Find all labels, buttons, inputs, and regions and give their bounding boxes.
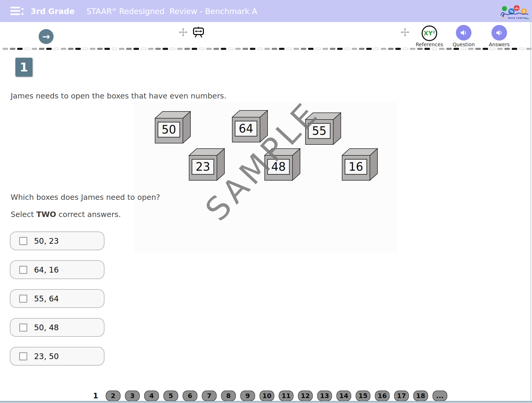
svg-text:48: 48 [271, 160, 286, 173]
bottom-divider [0, 401, 532, 403]
checkbox[interactable] [19, 295, 27, 303]
dashed-divider [3, 48, 532, 50]
answer-option-5[interactable]: 23, 50 [10, 347, 104, 366]
dash [32, 48, 37, 50]
page-pill-4[interactable]: 4 [144, 391, 159, 401]
dash [148, 48, 154, 50]
page-pill-14[interactable]: 14 [336, 391, 351, 401]
dash [424, 48, 430, 50]
dash [155, 48, 161, 50]
dash [214, 48, 219, 50]
answer-option-2[interactable]: 64, 16 [10, 260, 104, 279]
checkbox[interactable] [19, 237, 27, 245]
dash [184, 48, 190, 50]
page-pill-6[interactable]: 6 [183, 391, 197, 401]
page-pill-10[interactable]: 10 [260, 391, 274, 401]
dash [301, 48, 306, 50]
checkbox[interactable] [19, 352, 27, 360]
dash [75, 48, 81, 50]
menu-icon[interactable] [10, 6, 24, 16]
page-pill-18[interactable]: 18 [413, 391, 428, 401]
page-pill-17[interactable]: 17 [394, 391, 409, 401]
page-pill-5[interactable]: 5 [163, 391, 178, 401]
dash [403, 48, 408, 50]
question-audio-button[interactable] [456, 25, 471, 41]
dash [417, 48, 423, 50]
dash [141, 48, 146, 50]
checkbox[interactable] [19, 323, 27, 332]
dash [344, 48, 350, 50]
dash [490, 48, 495, 50]
dash [61, 48, 66, 50]
page-pill-7[interactable]: 7 [202, 391, 217, 401]
dash [381, 48, 386, 50]
page-pill-11[interactable]: 11 [279, 391, 294, 401]
next-question-button[interactable]: → [39, 29, 54, 44]
dash [83, 48, 88, 50]
dash [177, 48, 183, 50]
dash [483, 48, 488, 50]
references-label: References [414, 42, 445, 47]
question-sub-prompt: Which boxes does James need to open? [11, 193, 160, 202]
answers-audio-label: Answers [484, 42, 515, 47]
dash [112, 48, 117, 50]
answer-option-label: 55, 64 [34, 294, 59, 303]
dash [170, 48, 175, 50]
dash [3, 48, 8, 50]
dash [359, 48, 364, 50]
question-audio-label: Question [448, 42, 479, 47]
page-pill-16[interactable]: 16 [375, 391, 390, 401]
answers-audio-button[interactable] [491, 25, 507, 41]
dash [315, 48, 321, 50]
dash [468, 48, 474, 50]
page-pill-...[interactable]: ... [433, 391, 447, 401]
dash [323, 48, 328, 50]
dash [39, 48, 44, 50]
dash [97, 48, 103, 50]
box-50: 50 [154, 111, 191, 144]
references-button[interactable]: XY2 [422, 25, 437, 41]
dash [235, 48, 241, 50]
page-current: 1 [90, 392, 101, 400]
page-pill-9[interactable]: 9 [240, 391, 255, 401]
dash [134, 48, 139, 50]
dash [461, 48, 466, 50]
grade-label: 3rd Grade [31, 7, 75, 16]
checkbox[interactable] [19, 266, 27, 274]
dash [46, 48, 52, 50]
dash [432, 48, 437, 50]
dash [24, 48, 30, 50]
answer-option-3[interactable]: 55, 64 [10, 289, 104, 308]
dash [199, 48, 204, 50]
page-pill-3[interactable]: 3 [125, 391, 140, 401]
answer-option-label: 50, 48 [34, 323, 59, 332]
dash [104, 48, 110, 50]
page-pill-2[interactable]: 2 [106, 391, 121, 401]
pagination: 1 23456789101112131415161718... [90, 390, 447, 401]
dash [388, 48, 394, 50]
speaker-icon [459, 28, 468, 37]
right-edge-line [530, 22, 531, 401]
page-pill-8[interactable]: 8 [221, 391, 236, 401]
answer-option-4[interactable]: 50, 48 [10, 318, 104, 337]
dash [439, 48, 444, 50]
page-pill-12[interactable]: 12 [298, 391, 313, 401]
page-pill-15[interactable]: 15 [356, 391, 370, 401]
dash [126, 48, 132, 50]
dash [395, 48, 401, 50]
dash [454, 48, 459, 50]
header-bar: 3rd Grade STAAR® Redesigned Review - Ben… [0, 0, 532, 22]
answer-option-label: 50, 23 [34, 236, 59, 246]
presentation-board-icon[interactable] [193, 27, 204, 38]
dash [221, 48, 226, 50]
dash [519, 48, 524, 50]
dash [497, 48, 503, 50]
dash [475, 48, 481, 50]
dash [257, 48, 263, 50]
box-64: 64 [231, 110, 268, 143]
dash [352, 48, 357, 50]
answer-option-1[interactable]: 50, 23 [10, 232, 104, 250]
move-handle-icon[interactable] [178, 28, 188, 37]
page-pill-13[interactable]: 13 [317, 391, 332, 401]
move-handle-icon[interactable] [400, 28, 410, 37]
